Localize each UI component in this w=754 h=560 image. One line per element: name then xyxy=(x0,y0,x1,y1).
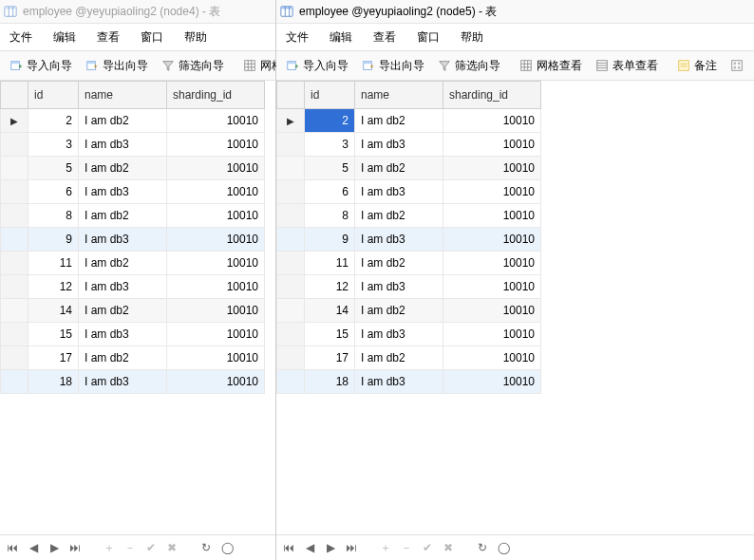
table-row[interactable]: 11I am db210010 xyxy=(1,252,265,275)
table-wrap-right[interactable]: id name sharding_id ▶2I am db2100103I am… xyxy=(276,81,754,534)
cell-name[interactable]: I am db3 xyxy=(79,180,167,204)
table-wrap-left[interactable]: id name sharding_id ▶2I am db2100103I am… xyxy=(0,81,275,534)
cell-sharding_id[interactable]: 10010 xyxy=(443,228,541,252)
cell-name[interactable]: I am db2 xyxy=(79,252,167,275)
menu-window[interactable]: 窗口 xyxy=(141,29,163,46)
table-row[interactable]: 3I am db310010 xyxy=(1,133,265,157)
cell-id[interactable]: 18 xyxy=(305,370,355,394)
nav-refresh[interactable]: ↻ xyxy=(476,541,489,554)
titlebar-node4[interactable]: employee @yeyupiaoling2 (node4) - 表 xyxy=(0,0,275,24)
row-handle-header[interactable] xyxy=(1,82,28,109)
table-row[interactable]: 12I am db310010 xyxy=(1,275,265,299)
nav-last[interactable]: ⏭ xyxy=(68,541,82,554)
cell-sharding_id[interactable]: 10010 xyxy=(167,109,265,133)
cell-id[interactable]: 14 xyxy=(28,299,79,323)
row-handle[interactable] xyxy=(1,275,28,299)
cell-sharding_id[interactable]: 10010 xyxy=(167,323,265,346)
cell-name[interactable]: I am db2 xyxy=(355,299,443,323)
cell-sharding_id[interactable]: 10010 xyxy=(167,204,265,228)
menu-edit[interactable]: 编辑 xyxy=(330,29,352,46)
row-handle[interactable] xyxy=(1,133,28,157)
cell-sharding_id[interactable]: 10010 xyxy=(167,228,265,252)
table-row[interactable]: 8I am db210010 xyxy=(277,204,541,228)
row-handle[interactable] xyxy=(277,323,305,346)
table-row[interactable]: 6I am db310010 xyxy=(277,180,541,204)
table-row[interactable]: 15I am db310010 xyxy=(1,323,265,346)
nav-first[interactable]: ⏮ xyxy=(6,541,19,554)
nav-add[interactable]: ＋ xyxy=(103,541,116,554)
menu-help[interactable]: 帮助 xyxy=(184,29,207,46)
cell-id[interactable]: 6 xyxy=(305,180,355,204)
toolbar-filter[interactable]: 筛选向导 xyxy=(156,56,230,76)
cell-name[interactable]: I am db3 xyxy=(355,180,443,204)
row-handle[interactable] xyxy=(277,180,305,204)
nav-add[interactable]: ＋ xyxy=(379,541,392,554)
cell-sharding_id[interactable]: 10010 xyxy=(443,275,541,299)
cell-sharding_id[interactable]: 10010 xyxy=(443,252,541,275)
row-handle[interactable] xyxy=(277,370,305,394)
menu-view[interactable]: 查看 xyxy=(373,29,396,46)
cell-id[interactable]: 15 xyxy=(305,323,355,346)
row-handle[interactable] xyxy=(1,157,28,180)
nav-commit[interactable]: ✔ xyxy=(421,541,434,554)
row-handle-header[interactable] xyxy=(277,82,305,109)
row-handle[interactable]: ▶ xyxy=(277,109,305,133)
cell-id[interactable]: 2 xyxy=(305,109,355,133)
toolbar-form-view[interactable]: 表单查看 xyxy=(590,56,664,76)
cell-name[interactable]: I am db3 xyxy=(355,323,443,346)
cell-name[interactable]: I am db3 xyxy=(79,228,167,252)
cell-name[interactable]: I am db2 xyxy=(79,204,167,228)
table-row[interactable]: 15I am db310010 xyxy=(277,323,541,346)
table-row[interactable]: ▶2I am db210010 xyxy=(1,109,265,133)
cell-sharding_id[interactable]: 10010 xyxy=(443,346,541,370)
cell-sharding_id[interactable]: 10010 xyxy=(443,157,541,180)
nav-first[interactable]: ⏮ xyxy=(282,541,295,554)
table-row[interactable]: 9I am db310010 xyxy=(277,228,541,252)
cell-id[interactable]: 5 xyxy=(28,157,79,180)
toolbar-memo[interactable]: 备注 xyxy=(671,56,723,76)
cell-sharding_id[interactable]: 10010 xyxy=(443,133,541,157)
toolbar-import[interactable]: 导入向导 xyxy=(4,56,78,76)
nav-last[interactable]: ⏭ xyxy=(345,541,358,554)
cell-id[interactable]: 3 xyxy=(28,133,79,157)
menu-edit[interactable]: 编辑 xyxy=(53,29,76,46)
cell-name[interactable]: I am db3 xyxy=(355,370,443,394)
row-handle[interactable] xyxy=(1,252,28,275)
cell-name[interactable]: I am db3 xyxy=(355,275,443,299)
cell-name[interactable]: I am db2 xyxy=(355,346,443,370)
toolbar-grid-view[interactable]: 网格查看 xyxy=(514,56,588,76)
cell-id[interactable]: 3 xyxy=(305,133,355,157)
row-handle[interactable] xyxy=(277,157,305,180)
cell-sharding_id[interactable]: 10010 xyxy=(443,370,541,394)
nav-remove[interactable]: － xyxy=(123,541,137,554)
cell-sharding_id[interactable]: 10010 xyxy=(167,346,265,370)
row-handle[interactable] xyxy=(277,346,305,370)
toolbar-export[interactable]: 导出向导 xyxy=(80,56,154,76)
col-header-sharding-id[interactable]: sharding_id xyxy=(167,82,265,109)
table-row[interactable]: 14I am db210010 xyxy=(277,299,541,323)
cell-sharding_id[interactable]: 10010 xyxy=(167,157,265,180)
nav-next[interactable]: ▶ xyxy=(47,541,61,554)
table-row[interactable]: 18I am db310010 xyxy=(277,370,541,394)
cell-sharding_id[interactable]: 10010 xyxy=(443,323,541,346)
toolbar-filter[interactable]: 筛选向导 xyxy=(432,56,506,76)
col-header-name[interactable]: name xyxy=(355,82,443,109)
cell-sharding_id[interactable]: 10010 xyxy=(443,299,541,323)
cell-id[interactable]: 9 xyxy=(305,228,355,252)
cell-sharding_id[interactable]: 10010 xyxy=(167,133,265,157)
cell-name[interactable]: I am db3 xyxy=(79,133,167,157)
cell-name[interactable]: I am db2 xyxy=(79,109,167,133)
table-row[interactable]: 17I am db210010 xyxy=(277,346,541,370)
row-handle[interactable] xyxy=(1,228,28,252)
nav-prev[interactable]: ◀ xyxy=(27,541,40,554)
nav-stop[interactable]: ◯ xyxy=(497,541,510,554)
cell-id[interactable]: 11 xyxy=(28,252,79,275)
cell-sharding_id[interactable]: 10010 xyxy=(443,109,541,133)
row-handle[interactable] xyxy=(277,133,305,157)
menu-view[interactable]: 查看 xyxy=(97,29,120,46)
table-row[interactable]: ▶2I am db210010 xyxy=(277,109,541,133)
cell-id[interactable]: 17 xyxy=(305,346,355,370)
nav-stop[interactable]: ◯ xyxy=(220,541,234,554)
table-row[interactable]: 14I am db210010 xyxy=(1,299,265,323)
table-row[interactable]: 8I am db210010 xyxy=(1,204,265,228)
